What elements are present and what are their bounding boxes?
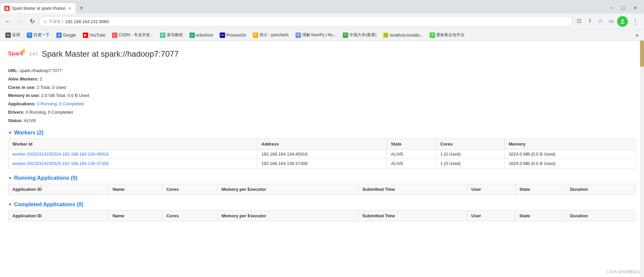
address-action-icons: ⊡ ⇧ ☆ ▭ ⋮	[574, 16, 641, 27]
completed-col-name: Name	[108, 210, 162, 221]
running-section-header[interactable]: ▼ Running Applications (0)	[8, 175, 636, 181]
bookmarks-more-button[interactable]: »	[633, 32, 641, 39]
running-col-memory: Memory per Executor	[217, 184, 358, 195]
new-tab-button[interactable]: +	[76, 4, 87, 12]
profile-button[interactable]	[617, 16, 628, 27]
table-row: worker-20220314235324-192.168.164.134-45…	[8, 149, 636, 159]
completed-toggle: ▼	[8, 202, 12, 207]
apps-icon: ⊞	[5, 33, 11, 38]
drivers-label: Drivers:	[8, 110, 24, 115]
bookmark-csdn[interactable]: C CSDN - 专业开发...	[109, 32, 156, 39]
bookmark-processon[interactable]: On ProcessOn	[217, 32, 249, 39]
numpy-icon: 理	[296, 33, 301, 38]
csdn-icon: C	[112, 33, 117, 38]
back-button[interactable]: ←	[3, 16, 13, 27]
running-col-state: State	[515, 184, 566, 195]
worker-id-cell: worker-20220314235324-192.168.164.134-45…	[8, 149, 257, 159]
bookmark-google[interactable]: G Google	[54, 32, 79, 39]
completed-section-header[interactable]: ▼ Completed Applications (0)	[8, 202, 636, 208]
bookmark-mooc[interactable]: 中 中国大学(慕课)	[340, 32, 379, 39]
spark-version: 2.4.7	[30, 52, 38, 56]
maximize-button[interactable]: □	[617, 3, 629, 13]
workers-col-cores: Cores	[436, 138, 504, 149]
security-icon: ⚠	[43, 19, 47, 24]
bookmark-w3school[interactable]: w w3school	[187, 32, 216, 39]
svg-marker-0	[6, 6, 8, 10]
google-icon: G	[56, 33, 62, 38]
running-col-cores: Cores	[162, 184, 217, 195]
workers-section-header[interactable]: ▼ Workers (2)	[8, 130, 636, 136]
worker-cores-cell-1: 1 (0 Used)	[436, 149, 504, 159]
bookmark-youtube[interactable]: ▶ YouTube	[80, 32, 108, 39]
window-controls: − □ ×	[605, 3, 644, 13]
status-value: ALIVE	[24, 118, 36, 123]
bookmark-apps-label: 应用	[12, 32, 20, 38]
applications-row: Applications: 0 Running, 0 Completed	[8, 101, 636, 108]
page-content: Spark 2.4.7 Spark Master at spark://hado…	[0, 41, 644, 228]
alive-workers-value: 2	[40, 76, 42, 81]
worker-link-2[interactable]: worker-20220314235325-192.168.164.136-37…	[12, 161, 109, 166]
running-link[interactable]: 0 Running	[37, 101, 57, 106]
completed-col-memory: Memory per Executor	[217, 210, 358, 221]
svg-text:Spark: Spark	[8, 50, 24, 56]
running-applications-table: Application ID Name Cores Memory per Exe…	[8, 184, 636, 195]
cores-row: Cores in use: 2 Total, 0 Used	[8, 84, 636, 91]
bookmark-youtube-label: YouTube	[90, 33, 105, 38]
close-button[interactable]: ×	[629, 3, 641, 13]
completed-col-app-id: Application ID	[8, 210, 109, 221]
url-value: spark://hadoop7:7077	[20, 68, 62, 73]
pyecharts-icon: 简	[253, 33, 258, 38]
bookmark-aibiao[interactable]: 爱 爱标客众包平台	[427, 32, 467, 39]
tab-close-button[interactable]: ×	[68, 5, 72, 12]
drivers-value: 0 Running, 0 Completed	[26, 110, 73, 115]
page-title: Spark Master at spark://hadoop7:7077	[42, 49, 178, 59]
active-tab[interactable]: Spark Master at spark://hadoo ×	[0, 3, 76, 13]
worker-state-cell-2: ALIVE	[387, 159, 436, 168]
tab-title: Spark Master at spark://hadoo	[12, 6, 66, 11]
workers-col-state: State	[387, 138, 436, 149]
bookmark-apps[interactable]: ⊞ 应用	[3, 32, 23, 39]
bookmark-pyecharts[interactable]: 简 简介 - pyecharts	[250, 32, 291, 39]
share-icon[interactable]: ⇧	[585, 16, 594, 25]
bookmark-icon[interactable]: ☆	[596, 16, 605, 25]
url-row: URL: spark://hadoop7:7077	[8, 67, 636, 74]
w3school-icon: w	[190, 33, 195, 38]
cores-label: Cores in use:	[8, 85, 36, 90]
worker-id-cell-2: worker-20220314235325-192.168.164.136-37…	[8, 159, 257, 168]
memory-value: 2.0 GB Total, 0.0 B Used	[41, 93, 89, 98]
bookmark-mooc-label: 中国大学(慕课)	[350, 32, 376, 38]
bookmark-w3school-label: w3school	[196, 33, 213, 38]
screenshot-icon[interactable]: ⊡	[574, 16, 584, 25]
running-col-app-id: Application ID	[8, 184, 109, 195]
minimize-button[interactable]: −	[605, 3, 617, 13]
address-bar[interactable]: ⚠ 不安全 | 192.168.164.131:8080	[39, 16, 573, 27]
menu-button[interactable]: ⋮	[629, 16, 641, 27]
bookmark-runoob-label: 菜鸟教程	[167, 32, 183, 38]
bookmark-baidu[interactable]: 百 百度一下	[24, 32, 52, 39]
workers-table: Worker Id Address State Cores Memory wor…	[8, 138, 636, 168]
completed-link[interactable]: 0 Completed	[59, 101, 84, 106]
workers-toggle: ▼	[8, 130, 12, 135]
bookmark-aibiao-label: 爱标客众包平台	[436, 32, 465, 38]
worker-link-1[interactable]: worker-20220314235324-192.168.164.134-45…	[12, 152, 109, 157]
bookmark-numpy[interactable]: 理 理解 NumPy | Nu...	[293, 32, 339, 39]
status-row: Status: ALIVE	[8, 117, 636, 124]
mooc-icon: 中	[343, 33, 348, 38]
scrollbar-thumb[interactable]	[640, 40, 644, 67]
sidebar-icon[interactable]: ▭	[606, 16, 616, 25]
running-col-submitted: Submitted Time	[358, 184, 467, 195]
forward-button[interactable]: →	[15, 16, 25, 27]
bookmark-localhost[interactable]: 🌐 localhost.localdo...	[380, 32, 426, 39]
refresh-button[interactable]: ↻	[27, 16, 38, 27]
completed-title: Completed Applications (0)	[14, 202, 84, 208]
svg-point-1	[622, 19, 624, 21]
worker-memory-cell-1: 1024.0 MB (0.0 B Used)	[504, 149, 636, 159]
bookmark-runoob[interactable]: 菜 菜鸟教程	[157, 32, 185, 39]
bookmarks-bar: ⊞ 应用 百 百度一下 G Google ▶ YouTube C CSDN - …	[0, 30, 644, 40]
alive-workers-row: Alive Workers: 2	[8, 76, 636, 83]
processon-icon: On	[220, 33, 225, 38]
alive-workers-label: Alive Workers:	[8, 76, 39, 81]
spark-logo: Spark 2.4.7	[8, 47, 38, 61]
tab-favicon	[4, 6, 10, 11]
status-label: Status:	[8, 118, 23, 123]
